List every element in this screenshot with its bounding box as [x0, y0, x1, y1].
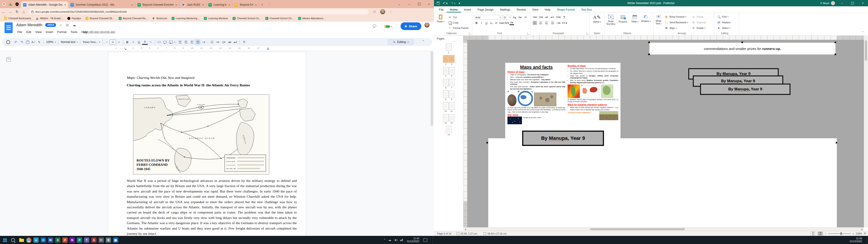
dialog-launcher-icon[interactable] [469, 32, 471, 35]
page-thumbnail-row[interactable]: 89 [443, 91, 454, 100]
zoom-in-icon[interactable]: + [852, 232, 854, 235]
align-right-icon[interactable] [189, 39, 195, 45]
replace-button[interactable]: abReplace [717, 20, 731, 25]
columns-icon[interactable]: ≡≡▾ [556, 15, 561, 19]
scroll-right-icon[interactable]: ► [861, 228, 863, 231]
decrease-indent-icon[interactable]: ◂≡ [544, 15, 549, 19]
ribbon-tab-view[interactable]: View [529, 7, 541, 12]
line-spacing-icon[interactable]: ↕≡▾ [556, 21, 561, 25]
collapse-ribbon-icon[interactable]: ⌃ [862, 31, 864, 34]
back-icon[interactable]: ← [0, 10, 7, 14]
minimize-button[interactable]: – [404, 2, 414, 6]
zoom-slider[interactable] [828, 233, 850, 234]
undo-icon[interactable]: ↶ [13, 39, 19, 45]
styles-button[interactable]: A✎ Styles ▾ [592, 14, 602, 23]
insert-image-icon[interactable] [168, 39, 174, 45]
page-thumbnail-image[interactable] [446, 126, 452, 133]
bookmark-item[interactable]: Cherwell School Ch... [231, 16, 263, 21]
text-color-icon[interactable]: A [142, 39, 148, 45]
align-center-icon[interactable] [538, 21, 543, 25]
shrink-font-icon[interactable]: A▾ [518, 15, 522, 20]
page-thumbnail-row[interactable]: 67 [443, 79, 454, 89]
page-thumbnail[interactable]: 3 [449, 55, 454, 65]
superscript-icon[interactable]: x² [494, 21, 499, 25]
copy-button[interactable]: Copy [447, 20, 469, 25]
scrollbar-thumb[interactable] [865, 40, 867, 61]
page-thumbnail-image[interactable] [449, 79, 454, 86]
page-thumbnail-row[interactable]: 14 [446, 126, 452, 136]
redo-icon[interactable]: ↷ [19, 39, 25, 45]
volume-icon[interactable]: ◄) [394, 238, 397, 242]
page-thumbnail[interactable]: 12 [443, 114, 448, 124]
tab-close-icon[interactable]: × [228, 3, 230, 6]
document-page[interactable]: Maps: Charting Worlds Old, New and Imagi… [108, 52, 306, 236]
bookmark-item[interactable]: Bromcom [150, 16, 169, 21]
spellcheck-icon[interactable]: A✓ [31, 39, 36, 45]
page-thumbnail-row[interactable]: 1213 [443, 114, 454, 124]
scrollbar-thumb[interactable] [431, 51, 433, 126]
publisher-hscrollbar[interactable]: ◄ ► [463, 227, 864, 231]
bold-icon[interactable]: B [124, 39, 130, 45]
table-button[interactable]: Table ▾ [630, 14, 640, 23]
zoom-value[interactable]: 228% [856, 232, 862, 235]
ribbon-tab-help[interactable]: Help [541, 7, 554, 12]
extensions-icon[interactable]: ⬡ [371, 10, 378, 13]
send-backward-button[interactable]: ▢Send Backward ▾ [664, 20, 688, 25]
reload-icon[interactable]: ↻ [13, 10, 20, 14]
forward-icon[interactable]: → [7, 10, 13, 14]
shapes-button[interactable]: Shapes ▾ [640, 14, 651, 22]
page-thumbnail-row[interactable]: 45 [443, 67, 454, 77]
checklist-icon[interactable]: ☑ [209, 39, 215, 45]
bring-forward-button[interactable]: ▣Bring Forward ▾ [664, 14, 688, 19]
print-icon[interactable] [25, 39, 31, 45]
tab-close-icon[interactable]: × [64, 3, 66, 6]
bookmark-item[interactable]: Cherwell School Ch... [264, 16, 296, 21]
underline-icon[interactable]: U [136, 39, 142, 45]
address-bar[interactable]: docs.google.com/document/d/1fq-F1RA5OMXh… [29, 9, 368, 14]
font-size-increase-icon[interactable]: + [116, 39, 122, 45]
ribbon-tab-text-box[interactable]: Text Box [578, 7, 595, 12]
tab-search-icon[interactable]: ⌄ [394, 2, 404, 6]
bookmark-item[interactable]: Beyond Cherwell Sli... [84, 16, 116, 21]
ribbon-tab-home[interactable]: Home [447, 7, 461, 12]
taskbar-icon-settings[interactable]: ⚙ [106, 238, 111, 243]
meet-button[interactable]: ▾ [381, 23, 397, 30]
selection-handle[interactable] [835, 54, 836, 55]
taskbar-icon-excel[interactable]: X [55, 238, 60, 243]
menu-insert[interactable]: Insert [44, 30, 55, 34]
taskbar-icon-edge[interactable]: e [33, 238, 39, 243]
page-thumbnail[interactable]: 10 [443, 102, 448, 112]
zoom-out-icon[interactable]: − [825, 232, 826, 235]
menu-edit[interactable]: Edit [25, 30, 33, 34]
page-thumbnail-image[interactable] [449, 67, 454, 74]
ribbon-tab-mailings[interactable]: Mailings [497, 7, 514, 12]
taskbar-icon-word[interactable]: W [48, 238, 53, 243]
paint-format-icon[interactable]: ✎ [36, 39, 42, 45]
action-center-icon[interactable] [423, 238, 427, 242]
cloud-saved-icon[interactable]: ☁ [73, 23, 76, 27]
page-thumbnail[interactable]: 7 [449, 79, 454, 89]
byline-box-main[interactable]: By Manupa, Year 9 [522, 130, 604, 146]
taskbar-icon-onenote[interactable]: N [70, 238, 75, 243]
page-thumbnail[interactable]: 1 [446, 43, 452, 54]
scroll-left-icon[interactable]: ◄ [464, 228, 466, 231]
aol-pinned-tab[interactable]: Aol. [16, 2, 19, 6]
font-size-field[interactable]: 11 [110, 39, 116, 44]
runner-up-text-box[interactable]: commendations and smaller prizes for run… [649, 42, 836, 55]
underline-icon[interactable]: U [484, 21, 489, 25]
two-page-view-button[interactable] [817, 232, 823, 236]
page-thumbnail[interactable]: 8 [443, 91, 448, 100]
page-thumbnail-image[interactable] [443, 114, 448, 121]
selection-handle[interactable] [741, 41, 743, 43]
browser-tab[interactable]: Summer Competition 2022 - Ma× [68, 1, 135, 8]
onedrive-icon[interactable]: ☁ [388, 238, 391, 242]
decrease-indent-icon[interactable]: ◂≡ [227, 39, 232, 45]
ribbon-tab-file[interactable]: File [436, 7, 447, 12]
vertical-ruler[interactable] [463, 40, 467, 228]
tab-close-icon[interactable]: × [176, 3, 177, 6]
dialog-launcher-icon[interactable] [587, 32, 589, 35]
align-objects-button[interactable]: ⊞Align ▾ [664, 26, 688, 30]
left-indent-marker[interactable] [125, 49, 127, 50]
bookmark-item[interactable]: 4Matrix - TA Grade... [34, 16, 65, 21]
network-icon[interactable] [400, 239, 403, 241]
